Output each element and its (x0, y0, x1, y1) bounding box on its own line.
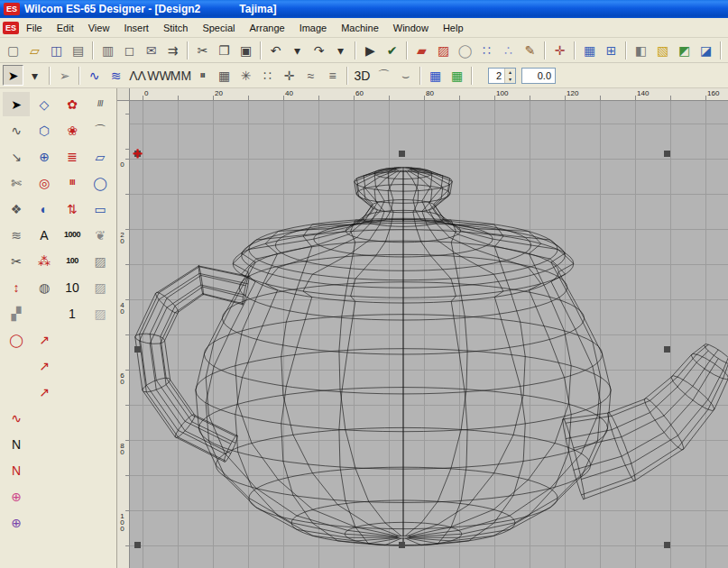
undo-icon[interactable]: ↶ (265, 40, 286, 60)
circle-purple-tool[interactable]: ⊕ (3, 510, 30, 535)
lettering-flower-tool[interactable]: ✿ (59, 92, 86, 116)
rectangle-tool[interactable]: ▭ (87, 197, 114, 221)
open-folder-icon[interactable]: ▱ (24, 40, 45, 60)
send-to-machine-icon[interactable]: ⇉ (162, 40, 183, 60)
pencil-needle-icon[interactable]: ✎ (520, 40, 540, 60)
new-document-icon[interactable]: ▢ (3, 40, 23, 60)
texture-a-tool[interactable]: ▨ (87, 249, 114, 273)
verify-stitches-icon[interactable]: ✔ (382, 40, 402, 60)
penetrations-tool[interactable]: /// (87, 92, 114, 116)
ellipse-outline-red-tool[interactable]: ◯ (3, 327, 30, 352)
design-canvas[interactable] (130, 101, 728, 568)
selection-handle[interactable] (664, 151, 670, 157)
circle-pink-tool[interactable]: ⊕ (3, 484, 30, 508)
letter-n-red-tool[interactable]: N (3, 458, 30, 482)
stitch-spacing-value[interactable]: 2 (489, 69, 504, 83)
fur-effect-tool[interactable]: ❦ (87, 223, 114, 247)
menu-item-image[interactable]: Image (292, 19, 335, 37)
measure-tool[interactable]: ↘ (3, 144, 30, 169)
redo-dropdown-icon[interactable]: ▾ (330, 40, 351, 60)
zoom-1000-button[interactable]: 1000 (59, 223, 86, 247)
copy-icon[interactable]: ❐ (214, 40, 235, 60)
cross-stitch-icon[interactable]: ✛ (279, 65, 299, 86)
zoom-100-button[interactable]: 100 (59, 249, 86, 273)
paste-icon[interactable]: ▣ (235, 40, 256, 60)
complex-fill-tool[interactable]: ⬡ (31, 118, 58, 142)
stitch-angle-tool[interactable]: ⇅ (59, 197, 86, 221)
horizontal-ruler[interactable]: 020406080100120140160 (130, 88, 728, 101)
select-object-tool[interactable]: ➤ (3, 92, 30, 116)
applique-tool[interactable]: ⁂ (31, 249, 58, 273)
hoop-show-icon[interactable]: ⊞ (601, 40, 622, 60)
monogram-flower-tool[interactable]: ❀ (59, 118, 86, 142)
thread-chart-icon[interactable]: ◩ (674, 40, 695, 60)
dot-fill-dense-icon[interactable]: ∷ (476, 40, 497, 60)
trim-jump-tool[interactable]: ↗ (31, 353, 58, 378)
overlap-check-icon[interactable]: ◧ (631, 40, 651, 60)
print-preview-icon[interactable]: ◻ (119, 40, 140, 60)
tieoff-jump-tool[interactable]: ↗ (31, 380, 58, 404)
print-worksheet-icon[interactable]: ◪ (696, 40, 716, 60)
vertical-ruler[interactable]: 020406080100 (117, 101, 130, 568)
cut-icon[interactable]: ✂ (192, 40, 213, 60)
select-tool-icon[interactable]: ➤ (3, 65, 23, 86)
select-dropdown-icon[interactable]: ▾ (24, 65, 45, 86)
column-c-tool[interactable]: ▱ (87, 144, 114, 169)
spin-down-icon[interactable]: ▾ (505, 76, 515, 83)
redo-icon[interactable]: ↷ (309, 40, 329, 60)
zigzag-red-tool[interactable]: ∿ (3, 406, 30, 430)
selection-handle[interactable] (399, 151, 405, 157)
e-stitch-icon[interactable]: MM (170, 65, 191, 86)
feather-edge-tool[interactable]: ▞ (3, 301, 30, 325)
ruler-corner[interactable] (117, 88, 130, 101)
dot-fill-sparse-icon[interactable]: ∴ (498, 40, 519, 60)
menu-item-special[interactable]: Special (195, 19, 242, 37)
hemisphere-fill-tool[interactable]: ◐ (31, 197, 58, 221)
menu-item-insert[interactable]: Insert (116, 19, 156, 37)
stipple-fill-icon[interactable]: ≈ (300, 65, 321, 86)
design-canvas-area[interactable]: ✛ (130, 101, 728, 568)
needle-point-icon[interactable]: ✛ (549, 40, 570, 60)
stitch-length-field[interactable]: 0.0 (521, 68, 556, 84)
input-c-bars-tool[interactable]: ΙΙΙ (59, 170, 86, 195)
menu-item-machine[interactable]: Machine (334, 19, 386, 37)
texture-b-tool[interactable]: ▨ (87, 275, 114, 299)
selection-handle[interactable] (134, 346, 141, 353)
reshape-tool-icon[interactable]: ➢ (54, 65, 75, 86)
texture-c-tool[interactable]: ▨ (87, 301, 114, 325)
print-icon[interactable]: ▥ (97, 40, 118, 60)
tatami-fill-icon[interactable]: ΙΙΙ (192, 65, 213, 86)
spin-up-icon[interactable]: ▴ (505, 69, 515, 76)
menu-item-help[interactable]: Help (436, 19, 471, 37)
program-split-icon[interactable]: ∷ (257, 65, 278, 86)
warp-effect-arc-icon[interactable]: ⌒ (373, 65, 394, 86)
motif-fill-icon[interactable]: ✳ (235, 65, 256, 86)
lettering-a-tool[interactable]: A (31, 223, 58, 247)
save-icon[interactable]: ◫ (46, 40, 67, 60)
selection-handle[interactable] (134, 542, 141, 548)
color-film-icon[interactable]: ▧ (652, 40, 673, 60)
menu-item-edit[interactable]: Edit (50, 19, 81, 37)
run-stitch-icon[interactable]: ∿ (84, 65, 105, 86)
flag-blue-grid-icon[interactable]: ▦ (425, 65, 446, 86)
grab-pan-tool[interactable]: ❖ (3, 197, 30, 221)
zoom-1-button[interactable]: 1 (59, 301, 86, 325)
pattern-fill-icon[interactable]: ▦ (214, 65, 235, 86)
selection-handle[interactable] (664, 542, 670, 548)
closed-shape-tool[interactable]: ◇ (31, 92, 58, 116)
selection-handle[interactable] (664, 346, 670, 353)
letter-n-black-tool[interactable]: N (3, 432, 30, 456)
export-machine-file-icon[interactable]: ✉ (141, 40, 161, 60)
triple-run-icon[interactable]: ≋ (106, 65, 126, 86)
properties-icon[interactable]: ▤ (68, 40, 88, 60)
stitch-player-icon[interactable]: ▶ (360, 40, 381, 60)
satin-column-tool[interactable]: ≣ (59, 144, 86, 169)
satin-stitch-icon[interactable]: ΛΛ (127, 65, 148, 86)
menu-item-view[interactable]: View (81, 19, 117, 37)
warp-effect-curve-icon[interactable]: ⌣ (395, 65, 416, 86)
knife-tool[interactable]: ✄ (3, 170, 30, 195)
scissors-tool[interactable]: ✂ (3, 249, 30, 273)
updown-arrow-tool[interactable]: ↕ (3, 275, 30, 299)
menu-item-arrange[interactable]: Arrange (242, 19, 291, 37)
contour-fill-icon[interactable]: ≡ (322, 65, 343, 86)
